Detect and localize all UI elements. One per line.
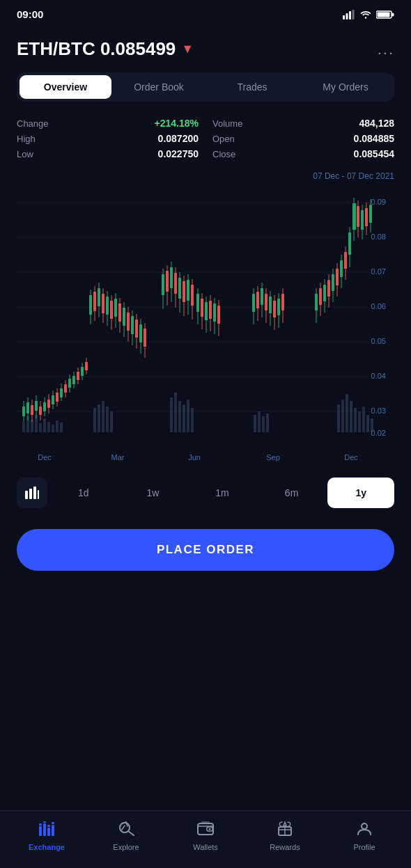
chart-type-button[interactable] <box>17 478 47 508</box>
wallets-label: Wallets <box>193 843 218 851</box>
svg-rect-145 <box>209 301 212 319</box>
svg-rect-97 <box>93 292 96 311</box>
more-button[interactable]: ... <box>378 40 394 58</box>
svg-rect-52 <box>266 413 269 432</box>
svg-text:Sep: Sep <box>266 453 280 461</box>
explore-label: Explore <box>113 843 139 851</box>
svg-rect-153 <box>256 292 259 308</box>
svg-rect-43 <box>170 397 173 432</box>
nav-explore[interactable]: Explore <box>98 821 154 851</box>
svg-rect-204 <box>52 825 54 836</box>
svg-rect-6 <box>378 12 390 17</box>
svg-rect-71 <box>39 407 42 415</box>
svg-rect-93 <box>85 362 88 370</box>
exchange-label: Exchange <box>29 843 65 851</box>
nav-rewards[interactable]: Rewards <box>257 821 313 851</box>
stat-change: Change +214.18% <box>17 116 199 131</box>
svg-rect-199 <box>39 823 42 826</box>
svg-rect-38 <box>93 408 96 432</box>
nav-exchange[interactable]: Exchange <box>19 821 75 851</box>
svg-rect-39 <box>98 404 100 432</box>
svg-rect-49 <box>254 415 256 432</box>
profile-icon <box>357 821 372 840</box>
svg-rect-131 <box>178 278 181 299</box>
svg-rect-201 <box>43 821 46 823</box>
svg-rect-181 <box>344 252 347 269</box>
svg-rect-56 <box>350 401 352 432</box>
tabs-container: Overview Order Book Trades My Orders <box>17 72 394 102</box>
svg-rect-3 <box>352 10 355 19</box>
svg-rect-63 <box>22 407 25 416</box>
svg-rect-194 <box>25 491 28 499</box>
svg-rect-44 <box>174 393 177 432</box>
svg-rect-73 <box>43 402 46 411</box>
svg-rect-58 <box>358 411 361 432</box>
exchange-icon <box>38 821 56 840</box>
timeframe-1m[interactable]: 1m <box>189 478 256 508</box>
svg-rect-40 <box>102 401 104 432</box>
explore-icon <box>118 821 134 840</box>
svg-rect-109 <box>118 303 121 322</box>
svg-point-219 <box>362 823 367 829</box>
svg-text:Mar: Mar <box>111 453 125 461</box>
svg-line-207 <box>128 831 134 835</box>
tab-overview[interactable]: Overview <box>20 75 111 99</box>
svg-rect-45 <box>178 401 181 432</box>
wifi-icon <box>359 10 372 19</box>
svg-rect-165 <box>281 294 284 310</box>
svg-rect-81 <box>60 388 63 397</box>
svg-text:Dec: Dec <box>344 453 358 461</box>
nav-profile[interactable]: Profile <box>336 821 392 851</box>
pair-header: ETH/BTC 0.085499 ▼ ... <box>17 38 394 60</box>
battery-icon <box>376 10 394 19</box>
svg-rect-169 <box>319 288 322 305</box>
place-order-button[interactable]: PLACE ORDER <box>17 529 394 571</box>
svg-rect-37 <box>60 423 63 432</box>
svg-rect-46 <box>183 404 185 432</box>
timeframe-6m[interactable]: 6m <box>258 478 325 508</box>
svg-rect-149 <box>217 306 220 324</box>
svg-rect-161 <box>273 301 276 317</box>
svg-rect-111 <box>123 308 125 326</box>
svg-rect-202 <box>47 828 50 836</box>
timeframe-1w[interactable]: 1w <box>120 478 187 508</box>
svg-rect-0 <box>343 15 345 19</box>
svg-rect-53 <box>337 404 340 432</box>
status-icons <box>343 10 394 19</box>
svg-rect-35 <box>52 425 54 432</box>
main-content: ETH/BTC 0.085499 ▼ ... Overview Order Bo… <box>0 26 411 810</box>
stat-high: High 0.087200 <box>17 131 199 146</box>
svg-rect-179 <box>340 260 343 277</box>
svg-rect-205 <box>52 822 54 824</box>
tab-orderbook[interactable]: Order Book <box>113 75 205 99</box>
svg-rect-105 <box>110 301 113 319</box>
tab-myorders[interactable]: My Orders <box>300 75 391 99</box>
svg-rect-175 <box>332 274 334 291</box>
bottom-nav: Exchange Explore Wallets <box>0 810 411 868</box>
svg-rect-177 <box>336 269 339 285</box>
svg-rect-75 <box>47 400 50 408</box>
stats-grid: Change +214.18% High 0.087200 Low 0.0227… <box>17 116 394 161</box>
pair-arrow: ▼ <box>181 42 194 56</box>
svg-rect-139 <box>196 294 199 312</box>
svg-rect-141 <box>201 299 203 317</box>
timeframe-1d[interactable]: 1d <box>50 478 117 508</box>
svg-text:0.06: 0.06 <box>371 302 386 310</box>
timeframe-1y[interactable]: 1y <box>327 478 394 508</box>
nav-wallets[interactable]: Wallets <box>178 821 233 851</box>
svg-rect-203 <box>47 825 50 827</box>
svg-text:0.04: 0.04 <box>371 372 386 380</box>
svg-rect-119 <box>139 324 142 342</box>
svg-rect-167 <box>315 294 318 310</box>
svg-rect-215 <box>201 821 210 824</box>
svg-rect-127 <box>170 267 173 288</box>
svg-rect-137 <box>191 285 194 306</box>
svg-rect-117 <box>135 319 138 338</box>
svg-rect-99 <box>98 288 100 306</box>
svg-rect-36 <box>56 420 59 432</box>
svg-rect-89 <box>77 372 79 380</box>
svg-rect-50 <box>258 411 261 432</box>
stat-low: Low 0.022750 <box>17 146 199 161</box>
tab-trades[interactable]: Trades <box>206 75 298 99</box>
svg-rect-77 <box>52 395 54 404</box>
